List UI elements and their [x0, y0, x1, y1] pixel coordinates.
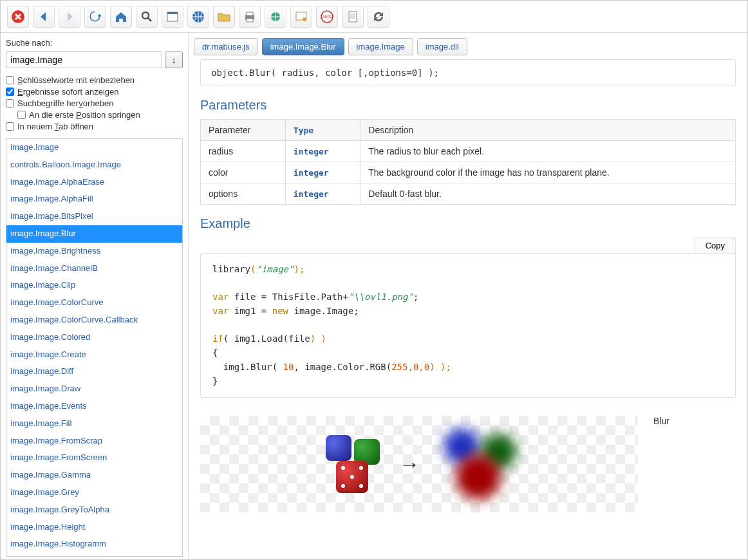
print-button[interactable] — [239, 6, 261, 28]
svg-rect-7 — [247, 19, 253, 22]
result-item[interactable]: image.Image.Blur — [6, 225, 182, 243]
content-pane: dr.mabuse.jsimage.Image.Blurimage.Imagei… — [189, 33, 747, 559]
result-item[interactable]: image.Image.AlphaFill — [6, 191, 182, 208]
result-item[interactable]: image.Image.Draw — [6, 380, 182, 398]
certificate-button[interactable] — [290, 6, 312, 28]
search-input[interactable] — [6, 51, 162, 68]
find-button[interactable] — [136, 6, 158, 28]
forward-icon — [62, 10, 77, 24]
world-button[interactable] — [187, 6, 209, 28]
checkbox-instant[interactable]: Ergebnisse sofort anzeigen — [6, 87, 183, 97]
checkbox-keywords-input[interactable] — [6, 76, 14, 84]
sidebar: Suche nach: ↓ Schlüsselworte mit einbezi… — [1, 33, 189, 559]
result-item[interactable]: image.Image.Histogramm.Channel — [6, 553, 182, 557]
checkbox-jump[interactable]: An die erste Position springen — [17, 110, 183, 120]
image-caption: Blur — [653, 416, 669, 426]
document-button[interactable] — [342, 6, 364, 28]
param-type: integer — [285, 162, 360, 183]
param-desc: The radius to blur each pixel. — [360, 141, 736, 162]
tab[interactable]: dr.mabuse.js — [194, 38, 258, 55]
search-go-button[interactable]: ↓ — [165, 51, 183, 68]
result-item[interactable]: image.Image.FromScreen — [6, 449, 182, 467]
checkbox-jump-input[interactable] — [17, 111, 26, 119]
param-name: radius — [201, 141, 286, 162]
tab[interactable]: image.Image.Blur — [262, 38, 344, 55]
doc-view[interactable]: object.Blur( radius, color [,options=0] … — [189, 59, 747, 559]
param-desc: The background color if the image has no… — [360, 162, 736, 183]
sync-icon — [371, 10, 386, 24]
copy-button[interactable]: Copy — [695, 238, 736, 254]
checkbox-newtab-label: In neuem Tab öffnen — [17, 122, 93, 131]
sample-stamp-button[interactable]: SAMPLE — [316, 6, 338, 28]
result-item[interactable]: image.Image.Histogramm — [6, 536, 182, 553]
param-row: optionsintegerDefault 0-fast blur. — [201, 183, 736, 205]
results-list[interactable]: image.Imagecontrols.Balloon.Image.Imagei… — [6, 138, 183, 557]
forward-button[interactable] — [59, 6, 80, 28]
result-item[interactable]: image.Image.Gamma — [6, 467, 182, 484]
globe-small-icon — [268, 10, 283, 24]
result-item[interactable]: image.Image — [6, 139, 182, 156]
checkbox-newtab[interactable]: In neuem Tab öffnen — [6, 122, 183, 131]
result-item[interactable]: image.Image.Clip — [6, 277, 182, 294]
checkbox-highlight-input[interactable] — [6, 99, 14, 107]
param-name: options — [201, 183, 286, 205]
app-window: SAMPLE Suche nach: ↓ Schlüsselworte mit … — [0, 0, 748, 560]
svg-rect-3 — [167, 12, 178, 14]
result-item[interactable]: image.Image.Create — [6, 346, 182, 364]
checkbox-instant-label: Ergebnisse sofort anzeigen — [17, 87, 119, 97]
param-type: integer — [285, 183, 360, 205]
new-window-button[interactable] — [162, 6, 183, 28]
tab[interactable]: image.dll — [417, 38, 467, 55]
checkbox-highlight[interactable]: Suchbegriffe hervorheben — [6, 98, 183, 108]
back-icon — [37, 10, 51, 24]
result-item[interactable]: image.Image.AlphaErase — [6, 174, 182, 191]
refresh-icon — [88, 10, 102, 24]
sample-stamp-icon: SAMPLE — [320, 10, 334, 24]
back-button[interactable] — [33, 6, 55, 28]
search-label: Suche nach: — [6, 38, 183, 48]
th-description: Description — [360, 120, 736, 141]
sync-button[interactable] — [368, 6, 389, 28]
document-icon — [346, 10, 360, 24]
param-desc: Default 0-fast blur. — [360, 183, 736, 205]
certificate-icon — [294, 10, 308, 24]
result-item[interactable]: image.Image.ColorCurve.Callback — [6, 312, 182, 329]
result-item[interactable]: image.Image.Fill — [6, 415, 182, 433]
result-item[interactable]: image.Image.Grey — [6, 484, 182, 501]
tab-bar: dr.mabuse.jsimage.Image.Blurimage.Imagei… — [189, 33, 747, 59]
arrow-icon: → — [399, 453, 420, 476]
checkbox-keywords[interactable]: Schlüsselworte mit einbeziehen — [6, 75, 183, 85]
checkbox-instant-input[interactable] — [6, 88, 14, 96]
result-item[interactable]: image.Image.Height — [6, 519, 182, 536]
folder-button[interactable] — [213, 6, 235, 28]
toolbar: SAMPLE — [1, 1, 747, 33]
result-item[interactable]: image.Image.ChannelB — [6, 260, 182, 277]
result-item[interactable]: image.Image.Diff — [6, 363, 182, 380]
param-row: colorintegerThe background color if the … — [201, 162, 736, 183]
refresh-button[interactable] — [84, 6, 106, 28]
params-table: Parameter Type Description radiusinteger… — [200, 119, 736, 205]
close-button[interactable] — [7, 6, 29, 28]
example-code: library("image"); var file = ThisFile.Pa… — [200, 253, 736, 398]
result-item[interactable]: controls.Balloon.Image.Image — [6, 156, 182, 174]
folder-icon — [217, 10, 231, 24]
result-item[interactable]: image.Image.GreyToAlpha — [6, 501, 182, 519]
tab[interactable]: image.Image — [348, 38, 413, 55]
result-item[interactable]: image.Image.Brightness — [6, 243, 182, 260]
param-row: radiusintegerThe radius to blur each pix… — [201, 141, 736, 162]
home-button[interactable] — [110, 6, 132, 28]
dice-original — [322, 435, 380, 493]
globe-small-button[interactable] — [265, 6, 286, 28]
result-item[interactable]: image.Image.ColorCurve — [6, 294, 182, 312]
result-item[interactable]: image.Image.Events — [6, 398, 182, 415]
svg-point-10 — [303, 17, 306, 21]
th-type: Type — [285, 120, 360, 141]
syntax-box: object.Blur( radius, color [,options=0] … — [200, 59, 736, 86]
example-image-row: → Blur — [200, 416, 736, 512]
svg-text:SAMPLE: SAMPLE — [321, 15, 334, 19]
result-item[interactable]: image.Image.Colored — [6, 329, 182, 346]
result-item[interactable]: image.Image.FromScrap — [6, 433, 182, 450]
result-item[interactable]: image.Image.BitsPixel — [6, 208, 182, 225]
checkbox-newtab-input[interactable] — [6, 122, 14, 131]
svg-rect-6 — [247, 12, 253, 15]
